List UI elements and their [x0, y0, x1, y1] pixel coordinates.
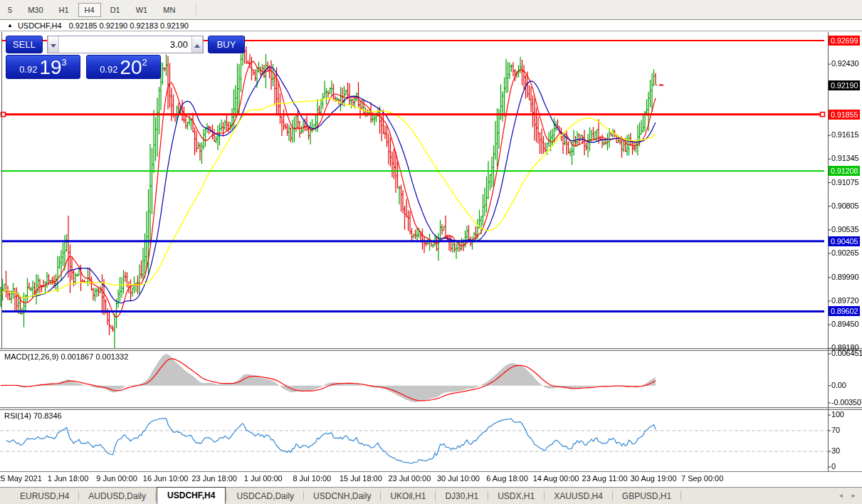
macd-indicator-label: MACD(12,26,9) 0.001867 0.001332	[4, 352, 128, 361]
price-chart-canvas[interactable]	[0, 32, 862, 487]
price-marker-label: 0.91855	[829, 110, 860, 120]
time-axis-label: 7 Sep 00:00	[681, 474, 723, 483]
price-marker-label: 0.90405	[829, 236, 860, 246]
time-axis-label: 16 Jun 10:00	[143, 474, 189, 483]
time-axis-label: 25 May 2021	[0, 474, 42, 483]
time-axis-label: 15 Jul 18:00	[340, 474, 382, 483]
timeframe-d1[interactable]: D1	[104, 3, 127, 17]
tab-separator	[612, 491, 613, 500]
timeframe-w1[interactable]: W1	[130, 3, 154, 17]
chart-tab-usdcnh-daily[interactable]: USDCNH,Daily	[305, 488, 379, 504]
chart-tab-eurusd-h4[interactable]: EURUSD,H4	[11, 488, 78, 504]
bid-price-display[interactable]: 0.92193	[6, 55, 80, 79]
price-axis-label: 0.91345	[831, 154, 858, 162]
timeframe-m30[interactable]: M30	[21, 3, 49, 17]
time-axis-label: 30 Aug 19:00	[631, 474, 677, 483]
tab-separator	[488, 491, 488, 500]
volume-increase-button[interactable]	[191, 36, 203, 53]
bid-big-digits: 19	[39, 58, 61, 77]
tab-separator	[78, 491, 79, 500]
chart-tab-bar: EURUSD,H4AUDUSD,DailyUSDCHF,H4USDCAD,Dai…	[0, 487, 862, 504]
time-axis-label: 23 Aug 11:00	[582, 474, 628, 483]
price-axis-label: 0.92430	[831, 59, 858, 68]
chart-area[interactable]: SELL BUY 0.92193 0.92202 MACD(12,26,9) 0…	[0, 32, 862, 487]
chart-tab-usdcad-daily[interactable]: USDCAD,Daily	[228, 488, 303, 504]
rsi-axis-label: 0	[831, 462, 836, 471]
ask-pipette: 2	[142, 57, 147, 68]
buy-button[interactable]: BUY	[208, 36, 245, 53]
price-marker-label: 0.89602	[829, 306, 860, 316]
price-marker-label: 0.92699	[829, 36, 860, 46]
time-axis-label: 1 Jun 18:00	[48, 474, 89, 483]
triangle-down-icon	[51, 44, 56, 48]
timeframe-mn[interactable]: MN	[157, 3, 182, 17]
price-axis-label: 0.90805	[831, 201, 858, 210]
timeframe-h1[interactable]: H1	[53, 3, 75, 17]
chart-tab-audusd-daily[interactable]: AUDUSD,Daily	[80, 488, 154, 504]
volume-decrease-button[interactable]	[48, 36, 59, 53]
tab-separator	[303, 491, 304, 500]
timeframe-toolbar: 5M30H1H4D1W1MN	[0, 0, 862, 20]
one-click-trading-panel: SELL BUY 0.92193 0.92202	[6, 36, 159, 79]
price-axis-label: 0.90535	[831, 225, 858, 233]
triangle-up-icon	[194, 44, 200, 48]
rsi-indicator-label: RSI(14) 70.8346	[4, 411, 62, 420]
trading-terminal-window: 5M30H1H4D1W1MN ▲ USDCHF,H4 0.92185 0.921…	[0, 0, 862, 504]
tab-separator	[155, 491, 156, 500]
timeframe-h4[interactable]: H4	[78, 3, 101, 17]
rsi-axis-label: 100	[831, 410, 844, 419]
volume-control	[47, 36, 204, 53]
time-axis-label: 9 Jun 00:00	[96, 474, 137, 483]
tab-separator	[544, 491, 545, 500]
price-axis-label: 0.89450	[831, 320, 858, 328]
time-axis-label: 6 Aug 18:00	[486, 474, 528, 483]
chart-tab-usdchf-h4[interactable]: USDCHF,H4	[157, 487, 226, 504]
price-axis-label: 0.91075	[831, 178, 858, 187]
price-axis-label: 0.91615	[831, 130, 858, 139]
tab-separator	[435, 491, 436, 500]
chart-tab-gbpusd-h1[interactable]: GBPUSD,H1	[614, 488, 680, 504]
ask-big-digits: 20	[120, 58, 142, 77]
macd-axis-label: 0.006451	[831, 349, 862, 357]
time-axis-label: 14 Aug 00:00	[533, 474, 579, 483]
price-marker-label: 0.91208	[829, 166, 860, 176]
ask-price-display[interactable]: 0.92202	[86, 55, 161, 79]
chart-ohlc-values: 0.92185 0.92190 0.92183 0.92190	[69, 21, 189, 30]
rsi-axis-label: 70	[831, 426, 840, 434]
rsi-axis-label: 30	[831, 446, 840, 455]
chart-symbol-label: USDCHF,H4	[18, 21, 62, 30]
sell-button[interactable]: SELL	[6, 36, 43, 53]
timeframe-5[interactable]: 5	[1, 3, 19, 17]
price-axis-label: 0.89720	[831, 296, 858, 305]
chart-title-bar: ▲ USDCHF,H4 0.92185 0.92190 0.92183 0.92…	[0, 20, 862, 31]
tab-separator	[380, 491, 381, 500]
bid-prefix: 0.92	[19, 64, 37, 75]
bid-pipette: 3	[62, 57, 67, 68]
price-marker-label: 0.92190	[829, 80, 860, 90]
toolbar-separator	[196, 3, 197, 17]
tab-scroll-left-icon[interactable]: ◄	[838, 493, 843, 499]
price-axis-label: 0.90265	[831, 248, 858, 257]
macd-axis-label: -0.003507	[831, 398, 862, 406]
time-axis-label: 8 Jul 10:00	[293, 474, 331, 483]
tab-scroll-nav: ◄ ►	[838, 493, 862, 499]
time-axis-label: 30 Jul 10:00	[437, 474, 480, 483]
chart-tab-usdx-h1[interactable]: USDX,H1	[489, 488, 543, 504]
tab-separator	[226, 491, 227, 500]
macd-axis-label: 0.00	[831, 381, 846, 389]
time-axis-label: 23 Jul 00:00	[388, 474, 431, 483]
time-axis-label: 23 Jun 18:00	[191, 474, 237, 483]
price-axis-label: 0.89990	[831, 273, 858, 281]
chart-tab-ukoil-h1[interactable]: UKOil,H1	[382, 488, 434, 504]
collapse-triangle-icon[interactable]: ▲	[7, 22, 13, 28]
tab-scroll-right-icon[interactable]: ►	[851, 493, 856, 499]
volume-input[interactable]	[59, 36, 191, 53]
time-axis-label: 1 Jul 00:00	[244, 474, 283, 483]
chart-tab-dj30-h1[interactable]: DJ30,H1	[436, 488, 487, 504]
ask-prefix: 0.92	[100, 64, 117, 75]
tab-separator	[680, 491, 681, 500]
chart-tab-xauusd-h4[interactable]: XAUUSD,H4	[545, 488, 611, 504]
